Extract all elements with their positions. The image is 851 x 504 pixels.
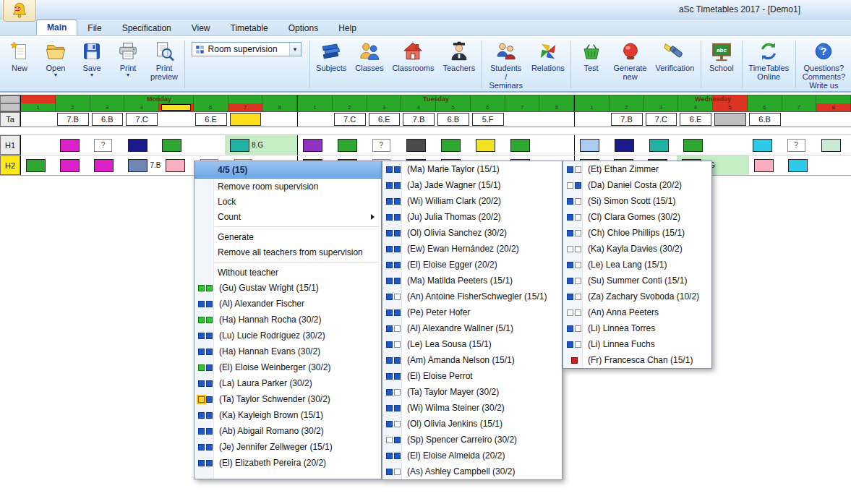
teacher-item[interactable]: (Ma) Matilda Peeters (15/1): [382, 273, 562, 289]
period-cell[interactable]: 2: [333, 103, 367, 111]
schedule-cell[interactable]: [678, 135, 713, 155]
toolbar-save[interactable]: Save▾: [74, 38, 110, 79]
menubar-view[interactable]: View: [181, 21, 221, 35]
teacher-item[interactable]: (Fr) Francesca Chan (15/1): [563, 352, 711, 368]
teacher-item[interactable]: (Wi) William Clark (20/2): [382, 193, 562, 209]
teacher-item[interactable]: (La) Laura Parker (30/2): [194, 375, 381, 391]
teacher-item[interactable]: (Le) Lea Lang (15/1): [563, 257, 711, 273]
teacher-item[interactable]: (An) Antoine FisherSchwegler (15/1): [382, 289, 562, 304]
teacher-item[interactable]: (Da) Daniel Costa (20/2): [563, 177, 711, 193]
toolbar-classrooms[interactable]: Classrooms: [388, 38, 438, 73]
toolbar-print-preview[interactable]: Printpreview: [146, 38, 182, 82]
toolbar-new[interactable]: New: [1, 38, 38, 73]
context-menu-header[interactable]: 4/5 (15): [194, 161, 381, 179]
class-cell[interactable]: 7.C: [644, 112, 679, 127]
schedule-cell[interactable]: [21, 135, 55, 155]
menubar-file[interactable]: File: [77, 21, 111, 35]
period-cell[interactable]: 8: [816, 103, 851, 111]
class-cell[interactable]: [228, 112, 263, 127]
period-cell[interactable]: 4: [124, 103, 159, 111]
view-selector-combo[interactable]: Room supervision▾: [192, 42, 302, 56]
schedule-cell[interactable]: ?: [782, 135, 817, 155]
schedule-cell[interactable]: [123, 135, 157, 155]
teacher-item[interactable]: (Cl) Clara Gomes (30/2): [563, 209, 711, 225]
teacher-item[interactable]: (Ju) Julia Thomas (20/2): [382, 209, 562, 225]
teacher-item[interactable]: (Le) Lea Sousa (15/1): [382, 336, 562, 352]
teacher-item[interactable]: (Ch) Chloe Phillips (15/1): [563, 225, 711, 241]
class-cell[interactable]: 6.E: [194, 112, 228, 127]
schedule-cell[interactable]: [89, 155, 123, 175]
schedule-cell[interactable]: [783, 155, 817, 175]
teacher-item[interactable]: (Ew) Ewan Hernández (20/2): [382, 241, 562, 257]
menu-item-without-teacher[interactable]: Without teacher: [194, 265, 381, 280]
teacher-item[interactable]: (Ta) Taylor Schwender (30/2): [194, 391, 381, 407]
teacher-item[interactable]: (As) Ashley Campbell (30/2): [382, 464, 562, 479]
teacher-item[interactable]: (Lu) Lucie Rodríguez (30/2): [194, 328, 381, 343]
menu-item-remove-all-teachers-from-supervision[interactable]: Remove all teachers from supervision: [194, 244, 381, 260]
dropdown-arrow-icon[interactable]: ▾: [127, 72, 129, 78]
schedule-cell[interactable]: ?: [367, 135, 402, 155]
combo-dropdown-arrow[interactable]: ▾: [289, 43, 301, 56]
period-cell[interactable]: 5: [713, 103, 748, 111]
class-cell[interactable]: 7.B: [610, 112, 644, 127]
menubar-main[interactable]: Main: [36, 20, 77, 35]
schedule-cell[interactable]: [505, 135, 540, 155]
class-cell[interactable]: [539, 112, 574, 127]
dropdown-arrow-icon[interactable]: ▾: [54, 72, 57, 78]
class-cell[interactable]: 6.E: [678, 112, 713, 127]
schedule-cell[interactable]: [610, 135, 644, 155]
toolbar-subjects[interactable]: Subjects: [312, 38, 351, 73]
period-cell[interactable]: 6: [471, 103, 505, 111]
toolbar-school[interactable]: abcSchool: [704, 38, 740, 73]
schedule-cell[interactable]: [748, 135, 782, 155]
schedule-cell[interactable]: [157, 135, 191, 155]
teacher-item[interactable]: (Li) Linnea Torres: [563, 320, 711, 336]
toolbar-classes[interactable]: Classes: [351, 38, 388, 73]
period-cell[interactable]: 3: [90, 103, 125, 111]
teacher-item[interactable]: (Je) Jennifer Zellweger (15/1): [194, 439, 381, 455]
schedule-cell[interactable]: [749, 155, 783, 175]
teacher-item[interactable]: (Li) Linnea Fuchs: [563, 336, 711, 352]
period-cell[interactable]: 6: [748, 103, 782, 111]
period-cell[interactable]: 4: [401, 103, 436, 111]
schedule-cell[interactable]: [55, 155, 89, 175]
class-cell[interactable]: 6.B: [436, 112, 471, 127]
menubar-timetable[interactable]: Timetable: [221, 21, 278, 35]
schedule-cell[interactable]: [715, 155, 749, 175]
teacher-item[interactable]: (Sp) Spencer Carreiro (30/2): [382, 432, 562, 448]
teacher-item[interactable]: (Et) Ethan Zimmer: [563, 161, 711, 177]
menubar-specification[interactable]: Specification: [112, 21, 181, 35]
period-cell[interactable]: 3: [644, 103, 679, 111]
class-cell[interactable]: [713, 112, 748, 127]
schedule-cell[interactable]: [161, 155, 194, 175]
period-cell[interactable]: 8: [262, 103, 297, 111]
teacher-item[interactable]: (Gu) Gustav Wright (15/1): [194, 280, 381, 296]
period-cell[interactable]: 8: [539, 103, 574, 111]
teacher-item[interactable]: (El) Eloise Egger (20/2): [382, 257, 562, 273]
teacher-item[interactable]: (Ka) Kayla Davies (30/2): [563, 241, 711, 257]
menu-item-generate[interactable]: Generate: [194, 229, 381, 244]
teacher-item[interactable]: (Ha) Hannah Evans (30/2): [194, 343, 381, 359]
class-cell[interactable]: [816, 112, 851, 127]
asc-logo[interactable]: aSc: [3, 0, 36, 22]
schedule-cell[interactable]: [298, 135, 333, 155]
period-cell[interactable]: 5: [436, 103, 471, 111]
teacher-item[interactable]: (Ka) Kayleigh Brown (15/1): [194, 407, 381, 423]
schedule-cell[interactable]: 7.B: [123, 155, 161, 175]
menubar-options[interactable]: Options: [278, 21, 328, 35]
teacher-item[interactable]: (Za) Zachary Svoboda (10/2): [563, 289, 711, 304]
schedule-cell[interactable]: [21, 155, 55, 175]
teacher-item[interactable]: (Ta) Taylor Mayer (30/2): [382, 384, 562, 400]
teacher-item[interactable]: (Al) Alexandre Wallner (5/1): [382, 320, 562, 336]
class-cell[interactable]: 6.B: [748, 112, 782, 127]
teacher-item[interactable]: (El) Eloise Almeida (20/2): [382, 448, 562, 464]
dropdown-arrow-icon[interactable]: ▾: [90, 72, 93, 78]
period-cell[interactable]: 1: [298, 103, 333, 111]
class-cell[interactable]: [575, 112, 610, 127]
schedule-cell[interactable]: [816, 135, 851, 155]
toolbar-questions-comments-write-us[interactable]: ?Questions?Comments? Write us: [798, 38, 850, 90]
period-cell[interactable]: 1: [575, 103, 610, 111]
toolbar-test[interactable]: Test: [573, 38, 610, 73]
period-cell[interactable]: 1: [21, 103, 56, 111]
menubar-help[interactable]: Help: [328, 21, 367, 35]
